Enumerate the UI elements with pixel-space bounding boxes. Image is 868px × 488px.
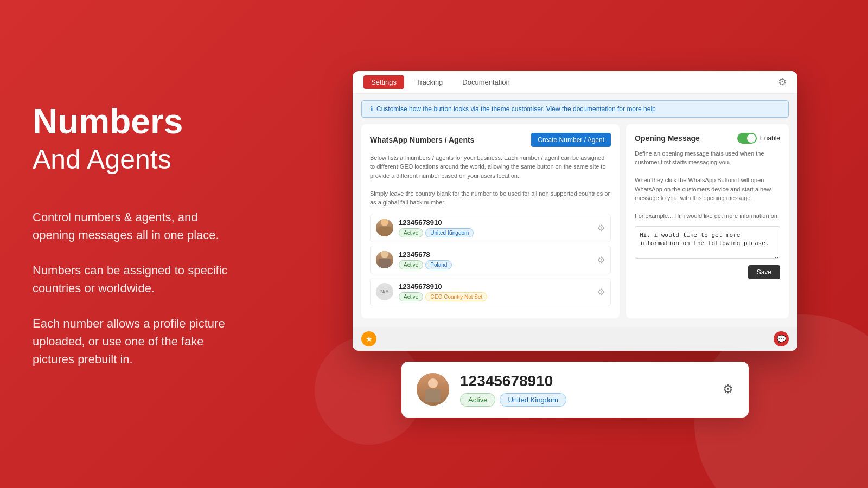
zoom-badge-country: United Kingdom [500, 393, 566, 407]
zoom-avatar [417, 373, 449, 406]
save-button[interactable]: Save [748, 265, 780, 279]
app-window: Settings Tracking Documentation ⚙ ℹ Cust… [353, 71, 797, 351]
badge-geo-3: GEO Country Not Set [425, 292, 487, 301]
zoom-gear-icon[interactable]: ⚙ [723, 382, 733, 396]
main-content: WhatsApp Numbers / Agents Create Number … [353, 124, 797, 327]
opening-message-textarea[interactable]: Hi, i would like to get more information… [635, 226, 780, 259]
toggle-container: Enable [737, 133, 780, 144]
info-icon: ℹ [371, 105, 373, 113]
row-gear-2[interactable]: ⚙ [597, 255, 605, 265]
opening-header: Opening Message Enable [635, 133, 780, 144]
desc-3: Each number allows a profile pictureuplo… [33, 314, 271, 368]
opening-description: Define an opening message thats used whe… [635, 149, 780, 221]
number-info-3: 12345678910 Active GEO Country Not Set [399, 282, 597, 301]
left-panel: Numbers And Agents Control numbers & age… [0, 0, 304, 488]
badges-3: Active GEO Country Not Set [399, 292, 597, 301]
number-2: 12345678 [399, 251, 597, 259]
badge-country-2: Poland [425, 260, 452, 269]
badge-active-2: Active [399, 260, 423, 269]
zoom-number: 12345678910 [460, 373, 712, 390]
title-light: And Agents [33, 143, 271, 176]
info-text: Customise how the button looks via the t… [376, 105, 656, 113]
number-1: 12345678910 [399, 219, 597, 227]
zoom-info: 12345678910 Active United Kingdom [460, 373, 712, 407]
number-info-2: 12345678 Active Poland [399, 251, 597, 269]
avatar-2 [376, 251, 393, 268]
star-button[interactable]: ★ [361, 331, 376, 346]
tab-settings[interactable]: Settings [363, 75, 404, 89]
number-row-1: 12345678910 Active United Kingdom ⚙ [370, 214, 611, 242]
badges-1: Active United Kingdom [399, 228, 597, 237]
badges-2: Active Poland [399, 260, 597, 269]
zoom-badge-active: Active [460, 393, 495, 407]
number-row-2: 12345678 Active Poland ⚙ [370, 246, 611, 274]
chat-button[interactable]: 💬 [774, 331, 789, 346]
info-link[interactable]: documentation [573, 105, 616, 113]
row-gear-3[interactable]: ⚙ [597, 287, 605, 297]
desc-1: Control numbers & agents, andopening mes… [33, 208, 271, 244]
section-description: Below lists all numbers / agents for you… [370, 153, 611, 207]
desc-2: Numbers can be assigned to specificcount… [33, 261, 271, 297]
info-banner: ℹ Customise how the button looks via the… [361, 100, 789, 118]
opening-section: Opening Message Enable Define an opening… [626, 124, 789, 318]
section-title: WhatsApp Numbers / Agents [370, 136, 474, 144]
tab-tracking[interactable]: Tracking [409, 75, 450, 89]
numbers-section: WhatsApp Numbers / Agents Create Number … [361, 124, 620, 318]
settings-icon[interactable]: ⚙ [778, 76, 787, 88]
row-gear-1[interactable]: ⚙ [597, 223, 605, 233]
avatar-3: N/A [376, 283, 393, 300]
badge-active-3: Active [399, 292, 423, 301]
title-bold: Numbers [33, 102, 271, 140]
opening-title: Opening Message [635, 134, 700, 143]
badge-active-1: Active [399, 228, 423, 237]
number-row-3: N/A 12345678910 Active GEO Country Not S… [370, 278, 611, 306]
zoom-badges: Active United Kingdom [460, 393, 712, 407]
nav-bar: Settings Tracking Documentation ⚙ [353, 71, 797, 94]
avatar-1 [376, 219, 393, 236]
number-3: 12345678910 [399, 282, 597, 291]
badge-country-1: United Kingdom [425, 228, 474, 237]
enable-toggle[interactable] [737, 133, 757, 144]
number-info-1: 12345678910 Active United Kingdom [399, 219, 597, 237]
right-panel: Settings Tracking Documentation ⚙ ℹ Cust… [304, 0, 868, 488]
toggle-label: Enable [760, 134, 780, 142]
nav-tabs: Settings Tracking Documentation [363, 75, 518, 89]
tab-documentation[interactable]: Documentation [455, 75, 517, 89]
bottom-bar: ★ 💬 [353, 327, 797, 351]
create-number-button[interactable]: Create Number / Agent [531, 133, 611, 147]
section-header: WhatsApp Numbers / Agents Create Number … [370, 133, 611, 147]
zoom-card: 12345678910 Active United Kingdom ⚙ [401, 362, 749, 418]
